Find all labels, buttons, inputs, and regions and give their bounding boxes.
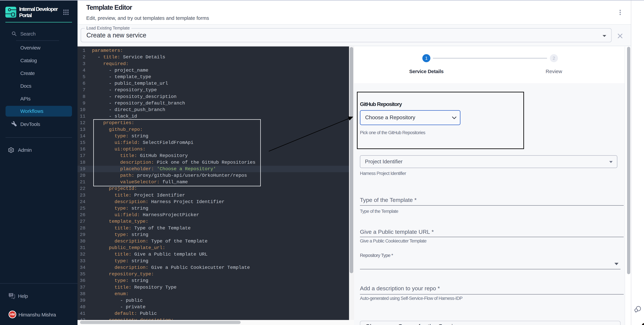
svg-text:?: ? [10, 293, 12, 297]
